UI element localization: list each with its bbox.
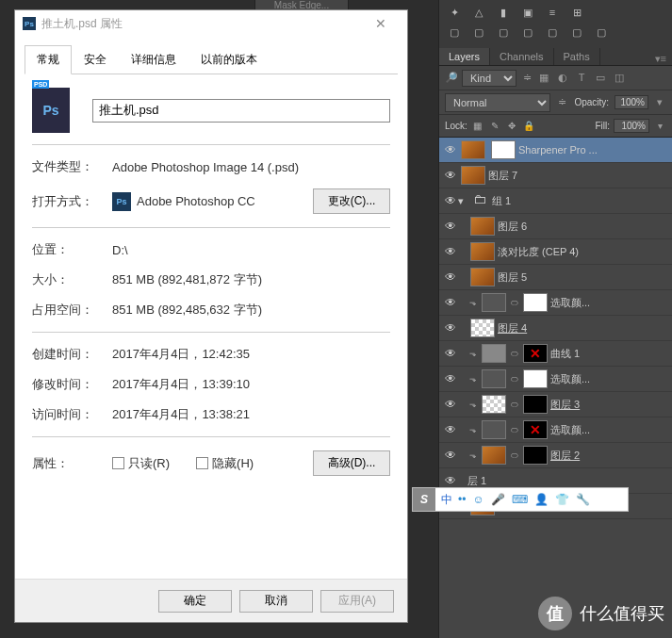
layer-row[interactable]: 👁⬎⬭选取颜... <box>439 367 672 392</box>
layer-thumb[interactable] <box>482 420 506 439</box>
layer-name[interactable]: 图层 5 <box>498 270 668 285</box>
visibility-icon[interactable]: 👁 <box>443 296 458 309</box>
layer-thumb[interactable] <box>470 268 495 286</box>
layer-name[interactable]: 淡对比度 (CEP 4) <box>498 245 668 259</box>
blend-dropdown-icon[interactable]: ≑ <box>556 96 568 108</box>
layer-row[interactable]: 👁⬎⬭图层 3 <box>439 392 672 417</box>
pixel-filter-icon[interactable]: ▦ <box>537 72 550 84</box>
layer-row[interactable]: 👁⬎⬭选取颜... <box>439 290 672 316</box>
layer-name[interactable]: 选取颜... <box>550 423 668 437</box>
opacity-value[interactable]: 100% <box>615 95 648 109</box>
ime-tool-icon[interactable]: 🔧 <box>576 493 590 506</box>
visibility-icon[interactable]: 👁 <box>443 449 458 462</box>
layer-row[interactable]: 👁⬎⬭图层 2 <box>439 443 672 468</box>
brush-icon[interactable]: ▮ <box>496 7 511 19</box>
layer-name[interactable]: 图层 6 <box>498 220 668 234</box>
filename-input[interactable] <box>92 99 390 123</box>
layer-thumb[interactable] <box>482 446 506 465</box>
visibility-icon[interactable]: 👁 <box>443 347 458 360</box>
bw-icon[interactable]: ▢ <box>569 26 584 39</box>
visibility-icon[interactable]: 👁 <box>443 143 458 156</box>
smart-filter-icon[interactable]: ◫ <box>613 72 626 84</box>
visibility-icon[interactable]: 👁 <box>443 220 458 233</box>
layer-name[interactable]: 图层 2 <box>550 449 668 463</box>
layer-thumb[interactable] <box>523 293 548 312</box>
layer-row[interactable]: 👁图层 6 <box>439 214 672 239</box>
layer-row[interactable]: 👁图层 7 <box>439 163 672 188</box>
shape-filter-icon[interactable]: ▭ <box>594 72 607 84</box>
layer-name[interactable]: 曲线 1 <box>550 347 668 361</box>
visibility-icon[interactable]: 👁 <box>443 398 458 411</box>
visibility-icon[interactable]: 👁 <box>443 321 458 335</box>
layer-name[interactable]: 选取颜... <box>550 296 668 310</box>
adjust-filter-icon[interactable]: ◐ <box>556 72 569 84</box>
visibility-icon[interactable]: 👁 <box>443 372 458 385</box>
change-button[interactable]: 更改(C)... <box>313 188 390 214</box>
text-icon[interactable]: ▣ <box>520 7 535 19</box>
measure-icon[interactable]: △ <box>471 7 486 19</box>
close-icon[interactable]: ✕ <box>362 16 400 31</box>
fill-dropdown-icon[interactable]: ▾ <box>653 121 666 131</box>
visibility-icon[interactable]: 👁 <box>443 270 458 284</box>
visibility-icon[interactable]: 👁 <box>443 245 458 258</box>
layer-row[interactable]: 👁图层 5 <box>439 265 672 290</box>
visibility-icon[interactable]: 👁 <box>443 169 458 182</box>
panel-menu-icon[interactable]: ▾≡ <box>649 53 672 65</box>
apply-button[interactable]: 应用(A) <box>320 590 394 613</box>
layer-thumb[interactable] <box>470 242 495 261</box>
tab-layers[interactable]: Layers <box>439 48 490 65</box>
layer-thumb[interactable] <box>470 319 495 337</box>
layer-thumb[interactable] <box>461 166 485 185</box>
expand-icon[interactable]: ▾ <box>458 195 467 207</box>
kind-dropdown-icon[interactable]: ≑ <box>520 72 533 84</box>
ime-user-icon[interactable]: 👤 <box>534 493 549 506</box>
exposure-icon[interactable]: ▢ <box>496 26 511 39</box>
opacity-dropdown-icon[interactable]: ▾ <box>654 96 666 108</box>
tab-previous[interactable]: 以前的版本 <box>188 45 270 74</box>
ime-skin-icon[interactable]: 👕 <box>555 493 569 506</box>
sogou-icon[interactable]: S <box>413 488 435 511</box>
hue-icon[interactable]: ▢ <box>545 26 560 39</box>
kind-select[interactable]: Kind <box>462 70 516 87</box>
visibility-icon[interactable]: 👁 <box>443 474 458 487</box>
layer-thumb[interactable] <box>523 344 548 363</box>
tab-details[interactable]: 详细信息 <box>119 45 188 74</box>
layer-name[interactable]: 图层 3 <box>550 398 668 412</box>
layer-thumb[interactable] <box>523 420 548 439</box>
blend-mode-select[interactable]: Normal <box>445 93 550 112</box>
shape-icon[interactable]: ⊞ <box>569 7 584 19</box>
curves-icon[interactable]: ▢ <box>471 26 486 39</box>
cancel-button[interactable]: 取消 <box>239 590 313 613</box>
layer-name[interactable]: 组 1 <box>492 194 668 208</box>
layer-thumb[interactable] <box>482 344 506 363</box>
levels-icon[interactable]: ▢ <box>447 26 462 39</box>
dropper-icon[interactable]: ✦ <box>447 7 462 19</box>
type-filter-icon[interactable]: T <box>575 72 588 84</box>
layer-thumb[interactable] <box>470 217 495 236</box>
ime-voice-icon[interactable]: 🎤 <box>491 493 505 506</box>
pen-icon[interactable]: ≡ <box>545 7 560 19</box>
layer-row[interactable]: 👁▾🗀组 1 <box>439 188 672 214</box>
ime-mode[interactable]: 中 <box>435 492 458 508</box>
lock-all-icon[interactable]: 🔒 <box>522 121 535 131</box>
layer-thumb[interactable] <box>461 140 485 159</box>
layer-row[interactable]: 👁图层 4 <box>439 316 672 341</box>
hidden-checkbox[interactable]: 隐藏(H) <box>196 455 254 472</box>
layer-name[interactable]: 层 1 <box>467 474 668 488</box>
tab-channels[interactable]: Channels <box>490 48 553 65</box>
readonly-checkbox[interactable]: 只读(R) <box>112 455 170 472</box>
fill-value[interactable]: 100% <box>614 119 649 133</box>
ok-button[interactable]: 确定 <box>158 590 232 613</box>
layer-row[interactable]: 👁淡对比度 (CEP 4) <box>439 239 672 265</box>
ime-emoji-icon[interactable]: ☺ <box>472 493 484 506</box>
tab-security[interactable]: 安全 <box>72 45 119 74</box>
layer-name[interactable]: Sharpener Pro ... <box>518 144 668 155</box>
layer-name[interactable]: 图层 7 <box>488 169 668 183</box>
lock-paint-icon[interactable]: ✎ <box>488 121 501 131</box>
layer-thumb[interactable] <box>523 395 548 414</box>
layer-row[interactable]: 👁⬎⬭选取颜... <box>439 417 672 443</box>
layer-name[interactable]: 选取颜... <box>550 372 668 386</box>
lock-move-icon[interactable]: ✥ <box>505 121 518 131</box>
layer-thumb[interactable] <box>523 446 548 465</box>
ime-keyboard-icon[interactable]: ⌨ <box>512 493 528 506</box>
